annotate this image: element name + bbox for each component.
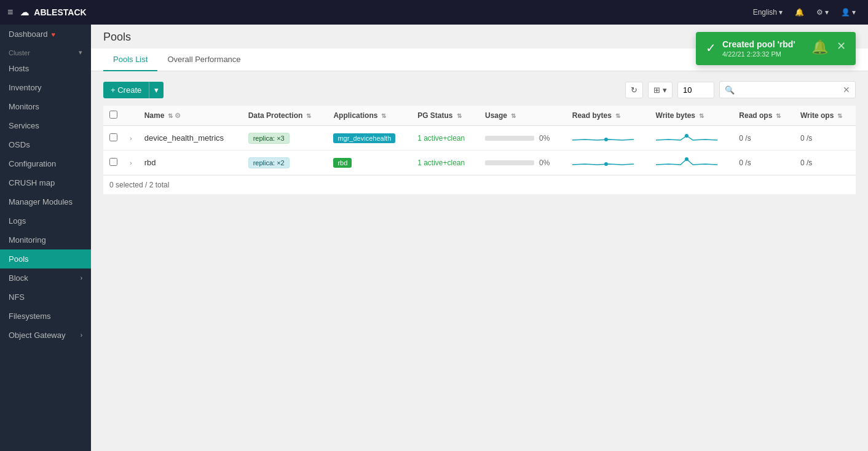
heart-icon: ♥	[52, 31, 56, 38]
sidebar-item-manager-modules[interactable]: Manager Modules	[0, 192, 91, 211]
toast-bell-icon: 🔔	[811, 39, 828, 55]
create-button[interactable]: + Create	[103, 82, 149, 98]
sidebar-item-monitoring[interactable]: Monitoring	[0, 230, 91, 249]
td-expand-1[interactable]: ›	[124, 151, 138, 175]
th-pg-status[interactable]: PG Status ⇅	[411, 106, 479, 126]
select-all-checkbox[interactable]	[109, 111, 117, 119]
expand-icon-0[interactable]: ›	[130, 135, 132, 142]
usage-pct-1: 0%	[539, 159, 550, 167]
settings-button[interactable]: ⚙ ▾	[811, 6, 834, 19]
page-title: Pools	[103, 31, 131, 43]
th-read-ops[interactable]: Read ops ⇅	[733, 106, 794, 126]
row-checkbox-1[interactable]	[109, 158, 117, 166]
search-wrapper: 🔍 ✕	[719, 81, 856, 98]
toast-body: Created pool 'rbd' 4/22/21 2:23:32 PM	[722, 39, 805, 58]
sidebar-item-crush-map[interactable]: CRUSH map	[0, 173, 91, 192]
create-dropdown-button[interactable]: ▾	[149, 82, 164, 98]
write-bytes-spark-0	[656, 131, 717, 143]
language-chevron: ▾	[779, 8, 783, 17]
language-label: English	[753, 8, 777, 17]
page-size-input[interactable]	[677, 82, 714, 98]
sort-icon-usage: ⇅	[511, 112, 516, 119]
th-checkbox	[103, 106, 124, 126]
app-badge-1: rbd	[333, 158, 352, 168]
sidebar-item-object-gateway[interactable]: Object Gateway ›	[0, 326, 91, 345]
user-icon: 👤	[841, 8, 850, 17]
td-read-bytes-0	[566, 126, 650, 151]
table-row: › rbd replica: ×2 rbd 1 active+clean	[103, 151, 856, 175]
row-checkbox-0[interactable]	[109, 133, 117, 141]
sidebar-item-block[interactable]: Block ›	[0, 269, 91, 288]
search-icon: 🔍	[720, 82, 740, 98]
bell-button[interactable]: 🔔	[790, 6, 809, 19]
sort-icon-write-bytes: ⇅	[699, 112, 704, 119]
sidebar-item-hosts[interactable]: Hosts	[0, 59, 91, 78]
settings-chevron: ▾	[825, 8, 829, 17]
search-input[interactable]	[740, 82, 838, 98]
write-ops-value-0: 0 /s	[800, 134, 812, 143]
td-applications-1: rbd	[327, 151, 411, 175]
sidebar-item-dashboard[interactable]: Dashboard ♥	[0, 25, 91, 44]
td-checkbox-1	[103, 151, 124, 175]
sidebar-item-pools[interactable]: Pools	[0, 249, 91, 269]
td-expand-0[interactable]: ›	[124, 126, 138, 151]
user-button[interactable]: 👤 ▾	[836, 6, 861, 19]
pg-status-0: 1 active+clean	[417, 134, 465, 143]
cluster-label: Cluster	[9, 49, 30, 57]
search-clear-button[interactable]: ✕	[838, 82, 855, 98]
expand-icon-1[interactable]: ›	[130, 159, 132, 167]
toast-close-button[interactable]: ✕	[837, 39, 846, 53]
cloud-icon: ☁	[20, 7, 29, 17]
th-applications[interactable]: Applications ⇅	[327, 106, 411, 126]
hamburger-icon[interactable]: ≡	[7, 7, 13, 18]
sidebar-item-inventory[interactable]: Inventory	[0, 78, 91, 97]
write-bytes-spark-1	[656, 155, 717, 168]
th-write-ops[interactable]: Write ops ⇅	[794, 106, 856, 126]
bell-icon: 🔔	[795, 8, 804, 17]
create-btn-group: + Create ▾	[103, 82, 164, 98]
sidebar-item-services[interactable]: Services	[0, 116, 91, 135]
refresh-button[interactable]: ↻	[625, 82, 643, 98]
table-footer-text: 0 selected / 2 total	[109, 181, 169, 189]
td-usage-0: 0%	[479, 126, 566, 151]
td-name-1: rbd	[138, 151, 242, 175]
sort-icon-read-ops: ⇅	[776, 112, 781, 119]
sidebar-item-logs[interactable]: Logs	[0, 211, 91, 230]
th-usage[interactable]: Usage ⇅	[479, 106, 566, 126]
data-protection-badge-1: replica: ×2	[248, 157, 290, 168]
svg-point-0	[604, 138, 608, 141]
th-name[interactable]: Name ⇅ ⚙	[138, 106, 242, 126]
sort-icon-read-bytes: ⇅	[615, 112, 620, 119]
th-read-bytes[interactable]: Read bytes ⇅	[566, 106, 650, 126]
td-read-ops-0: 0 /s	[733, 126, 794, 151]
sidebar-item-nfs[interactable]: NFS	[0, 288, 91, 307]
sidebar-item-osds[interactable]: OSDs	[0, 135, 91, 154]
data-protection-badge-0: replica: ×3	[248, 133, 290, 144]
pg-status-1: 1 active+clean	[417, 159, 465, 167]
tab-pools-list[interactable]: Pools List	[103, 49, 157, 71]
th-write-bytes[interactable]: Write bytes ⇅	[650, 106, 733, 126]
table-footer: 0 selected / 2 total	[103, 175, 856, 194]
user-chevron: ▾	[852, 8, 856, 17]
td-pg-status-0: 1 active+clean	[411, 126, 479, 151]
td-name-0: device_health_metrics	[138, 126, 242, 151]
app-badge-0: mgr_devicehealth	[333, 133, 395, 143]
toast-notification: ✓ Created pool 'rbd' 4/22/21 2:23:32 PM …	[696, 32, 856, 65]
read-ops-value-1: 0 /s	[739, 159, 751, 167]
toast-check-icon: ✓	[706, 41, 716, 55]
tab-overall-performance[interactable]: Overall Performance	[157, 49, 250, 71]
sidebar-section-cluster[interactable]: Cluster ▾	[0, 44, 91, 59]
object-gateway-chevron: ›	[81, 332, 82, 339]
th-data-protection[interactable]: Data Protection ⇅	[242, 106, 328, 126]
td-data-protection-1: replica: ×2	[242, 151, 328, 175]
sidebar-item-monitors[interactable]: Monitors	[0, 97, 91, 116]
brand: ☁ ABLESTACK	[20, 7, 86, 17]
columns-button[interactable]: ⊞ ▾	[648, 82, 673, 98]
columns-icon: ⊞	[653, 85, 660, 95]
td-read-bytes-1	[566, 151, 650, 175]
language-selector[interactable]: English ▾	[748, 6, 787, 19]
sidebar-item-configuration[interactable]: Configuration	[0, 154, 91, 173]
usage-bar-bg-1	[485, 160, 534, 165]
sidebar-item-filesystems[interactable]: Filesystems	[0, 307, 91, 326]
sidebar: Dashboard ♥ Cluster ▾ Hosts Inventory Mo…	[0, 25, 91, 451]
